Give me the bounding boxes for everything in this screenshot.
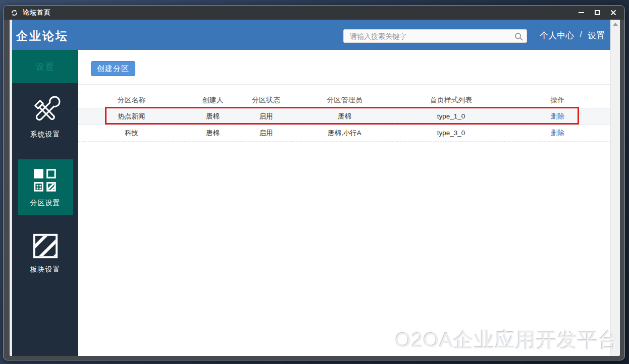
column-header: 首页样式列表 — [398, 93, 504, 108]
cell-creator: 唐棉 — [185, 108, 241, 125]
links-separator: / — [580, 30, 582, 41]
grid-squares-icon — [31, 166, 60, 195]
delete-link[interactable]: 删除 — [551, 112, 564, 120]
table-row[interactable]: 热点新闻 唐棉 启用 唐棉 type_1_0 删除 — [78, 108, 611, 125]
cell-admin: 唐棉,小行A — [291, 125, 398, 141]
search-box — [343, 29, 527, 43]
column-header: 创建人 — [185, 93, 241, 108]
partition-table: 分区名称 创建人 分区状态 分区管理员 首页样式列表 操作 热点新闻 唐棉 启用… — [78, 93, 611, 142]
cell-admin: 唐棉 — [291, 108, 398, 125]
sidebar-item-system-settings[interactable]: 系统设置 — [12, 95, 78, 139]
cell-partition-name: 科技 — [78, 125, 185, 141]
cell-partition-name: 热点新闻 — [78, 108, 185, 125]
sidebar: 设置 系统设置 — [12, 50, 78, 356]
tools-icon — [30, 95, 61, 127]
cell-creator: 唐棉 — [185, 125, 241, 141]
main-content: 创建分区 分区名称 创建人 分区状态 分区管理员 首页样式列表 操作 — [78, 50, 611, 356]
sidebar-item-partition-settings[interactable]: 分区设置 — [18, 159, 73, 215]
minimize-icon[interactable] — [579, 12, 584, 13]
column-header: 分区状态 — [241, 93, 291, 108]
maximize-icon[interactable] — [595, 10, 600, 15]
vertical-scrollbar[interactable] — [610, 20, 620, 356]
search-icon[interactable] — [514, 32, 523, 41]
user-links: 个人中心 / 设置 — [540, 30, 605, 41]
cell-action: 删除 — [504, 108, 611, 125]
window-title: 论坛首页 — [23, 8, 51, 17]
table-body: 热点新闻 唐棉 启用 唐棉 type_1_0 删除 科技 唐棉 启用 唐棉,小行… — [78, 108, 611, 141]
column-header: 分区名称 — [78, 93, 185, 108]
page: 企业论坛 个人中心 / 设置 设置 — [12, 20, 611, 356]
sidebar-item-label: 系统设置 — [30, 130, 61, 139]
scroll-up-icon[interactable] — [613, 23, 618, 26]
title-bar: 论坛首页 — [4, 6, 624, 20]
search-input[interactable] — [344, 30, 527, 42]
column-header: 操作 — [504, 93, 611, 108]
striped-square-icon — [30, 230, 61, 262]
column-header: 分区管理员 — [291, 93, 398, 108]
close-icon[interactable] — [610, 10, 616, 16]
table-header-row: 分区名称 创建人 分区状态 分区管理员 首页样式列表 操作 — [78, 93, 611, 108]
sidebar-item-label: 板块设置 — [30, 265, 61, 274]
app-header: 企业论坛 个人中心 / 设置 — [12, 20, 611, 50]
delete-link[interactable]: 删除 — [551, 129, 564, 137]
cell-style: type_3_0 — [398, 125, 504, 141]
header-divider — [78, 84, 611, 85]
profile-link[interactable]: 个人中心 — [540, 30, 574, 41]
table-row[interactable]: 科技 唐棉 启用 唐棉,小行A type_3_0 删除 — [78, 125, 611, 141]
settings-link[interactable]: 设置 — [588, 30, 605, 41]
cell-action: 删除 — [504, 125, 611, 141]
app-viewport: 企业论坛 个人中心 / 设置 设置 — [10, 20, 620, 356]
sidebar-section-title: 设置 — [12, 50, 78, 83]
refresh-icon[interactable] — [11, 9, 18, 17]
app-title: 企业论坛 — [16, 28, 69, 44]
sidebar-item-board-settings[interactable]: 板块设置 — [12, 230, 78, 274]
create-partition-button[interactable]: 创建分区 — [91, 61, 135, 76]
cell-status: 启用 — [241, 125, 291, 141]
cell-style: type_1_0 — [398, 108, 504, 125]
cell-status: 启用 — [241, 108, 291, 125]
left-gutter — [10, 20, 12, 356]
app-window: 论坛首页 企业论坛 个人中心 — [3, 5, 625, 360]
sidebar-item-label: 分区设置 — [30, 199, 61, 208]
